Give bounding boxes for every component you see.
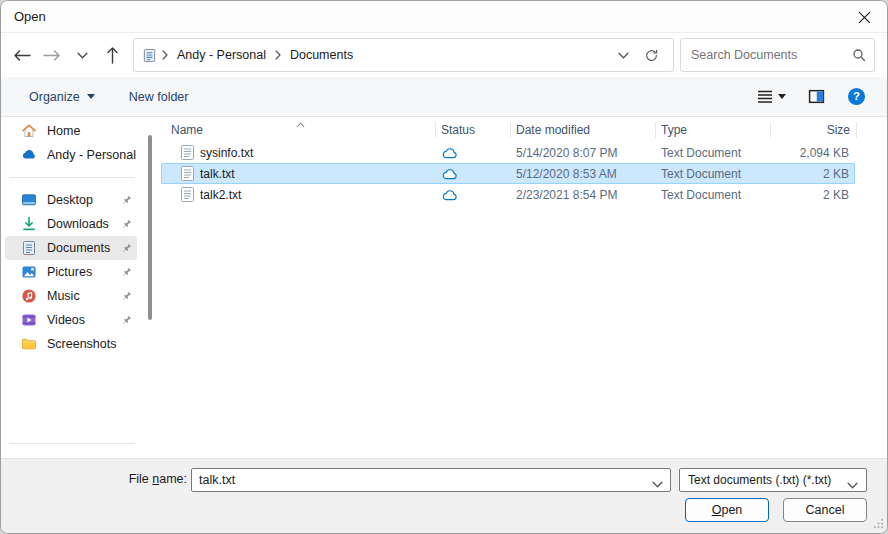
dialog-footer: File name: Text documents (.txt) (*.txt)… xyxy=(1,458,887,534)
file-type: Text Document xyxy=(656,167,771,181)
sidebar-item-pictures[interactable]: Pictures xyxy=(5,260,137,284)
file-row-talk2[interactable]: talk2.txt 2/23/2021 8:54 PM Text Documen… xyxy=(161,184,855,205)
file-name-combobox xyxy=(191,468,671,492)
breadcrumb-separator-icon xyxy=(157,50,173,60)
file-size: 2,094 KB xyxy=(771,146,855,160)
search-box xyxy=(680,38,875,72)
breadcrumb-item-andy-personal[interactable]: Andy - Personal xyxy=(173,45,270,65)
sort-ascending-icon xyxy=(296,117,305,131)
close-icon xyxy=(858,11,871,24)
documents-icon xyxy=(21,240,37,256)
sidebar-item-label: Music xyxy=(47,289,111,303)
breadcrumb[interactable]: Andy - Personal Documents xyxy=(133,38,674,72)
sidebar-item-documents[interactable]: Documents xyxy=(5,236,137,260)
forward-button[interactable] xyxy=(37,40,67,70)
sidebar-item-label: Documents xyxy=(47,241,111,255)
organize-label: Organize xyxy=(29,90,80,104)
file-type: Text Document xyxy=(656,188,771,202)
sidebar-item-label: Home xyxy=(47,124,137,138)
pictures-icon xyxy=(21,264,37,280)
refresh-icon xyxy=(644,48,659,63)
file-size: 2 KB xyxy=(771,167,855,181)
folder-location-icon xyxy=(142,48,157,63)
caret-down-icon xyxy=(778,94,786,99)
column-header-date-modified[interactable]: Date modified xyxy=(511,122,656,138)
sidebar-item-downloads[interactable]: Downloads xyxy=(5,212,137,236)
sidebar-item-home[interactable]: Home xyxy=(5,119,137,143)
file-row-talk[interactable]: talk.txt 5/12/2020 8:53 AM Text Document… xyxy=(161,163,855,184)
change-view-button[interactable] xyxy=(750,85,793,109)
pin-icon xyxy=(121,195,133,206)
sidebar-item-screenshots[interactable]: Screenshots xyxy=(5,332,137,356)
cloud-icon xyxy=(442,147,458,159)
view-list-icon xyxy=(757,90,773,104)
column-header-type[interactable]: Type xyxy=(656,122,771,138)
main-content: Home Andy - Personal Desktop xyxy=(1,117,887,458)
refresh-button[interactable] xyxy=(637,41,665,69)
file-name: talk.txt xyxy=(200,167,235,181)
preview-pane-button[interactable] xyxy=(801,83,832,110)
file-name-input[interactable] xyxy=(191,468,671,492)
help-button[interactable]: ? xyxy=(840,82,873,111)
back-arrow-icon xyxy=(13,49,31,62)
sidebar-item-videos[interactable]: Videos xyxy=(5,308,137,332)
navigation-bar: Andy - Personal Documents xyxy=(1,33,887,77)
home-icon xyxy=(21,123,37,139)
command-bar: Organize New folder ? xyxy=(1,77,887,117)
sidebar-item-andy-personal[interactable]: Andy - Personal xyxy=(5,143,137,167)
breadcrumb-separator-icon xyxy=(270,50,286,60)
desktop-icon xyxy=(21,192,37,208)
file-row-sysinfo[interactable]: sysinfo.txt 5/14/2020 8:07 PM Text Docum… xyxy=(161,142,855,163)
resize-grip[interactable] xyxy=(873,518,884,532)
sidebar-item-label: Screenshots xyxy=(47,337,137,351)
open-dialog-window: Open Andy - Personal Documents xyxy=(0,0,888,534)
sidebar-item-label: Pictures xyxy=(47,265,111,279)
chevron-down-icon xyxy=(847,478,858,492)
pin-icon xyxy=(121,243,133,254)
address-dropdown-button[interactable] xyxy=(609,41,637,69)
cancel-button[interactable]: Cancel xyxy=(783,498,867,522)
file-type-value: Text documents (.txt) (*.txt) xyxy=(688,473,831,487)
sidebar-separator xyxy=(9,177,135,178)
chevron-down-icon xyxy=(77,52,88,59)
text-document-icon xyxy=(181,187,194,202)
file-size: 2 KB xyxy=(771,188,855,202)
new-folder-button[interactable]: New folder xyxy=(121,84,197,110)
file-type-dropdown[interactable]: Text documents (.txt) (*.txt) xyxy=(679,468,867,492)
pin-icon xyxy=(121,291,133,302)
onedrive-icon xyxy=(21,147,37,163)
videos-icon xyxy=(21,312,37,328)
up-button[interactable] xyxy=(97,40,127,70)
search-icon xyxy=(852,48,866,62)
recent-locations-button[interactable] xyxy=(67,40,97,70)
open-button[interactable]: Open xyxy=(685,498,769,522)
preview-pane-icon xyxy=(808,88,825,105)
window-title: Open xyxy=(14,9,46,24)
titlebar: Open xyxy=(1,1,887,33)
close-button[interactable] xyxy=(849,4,879,30)
sidebar-scrollbar[interactable] xyxy=(148,135,152,320)
file-date-modified: 5/12/2020 8:53 AM xyxy=(511,167,656,181)
back-button[interactable] xyxy=(7,40,37,70)
cloud-icon xyxy=(442,189,458,201)
column-header-size[interactable]: Size xyxy=(771,122,857,138)
file-type: Text Document xyxy=(656,146,771,160)
search-input[interactable] xyxy=(691,48,852,62)
sidebar-item-music[interactable]: Music xyxy=(5,284,137,308)
file-date-modified: 5/14/2020 8:07 PM xyxy=(511,146,656,160)
caret-down-icon xyxy=(87,94,95,99)
breadcrumb-item-documents[interactable]: Documents xyxy=(286,45,357,65)
cloud-icon xyxy=(442,168,458,180)
pin-icon xyxy=(121,219,133,230)
file-name-label: File name: xyxy=(1,472,187,486)
sidebar-item-desktop[interactable]: Desktop xyxy=(5,188,137,212)
music-icon xyxy=(21,288,37,304)
column-header-status[interactable]: Status xyxy=(436,122,511,138)
pin-icon xyxy=(121,315,133,326)
text-document-icon xyxy=(181,166,194,181)
sidebar: Home Andy - Personal Desktop xyxy=(1,117,141,458)
file-name: sysinfo.txt xyxy=(200,146,253,160)
organize-button[interactable]: Organize xyxy=(21,84,103,110)
new-folder-label: New folder xyxy=(129,90,189,104)
sidebar-item-label: Downloads xyxy=(47,217,111,231)
